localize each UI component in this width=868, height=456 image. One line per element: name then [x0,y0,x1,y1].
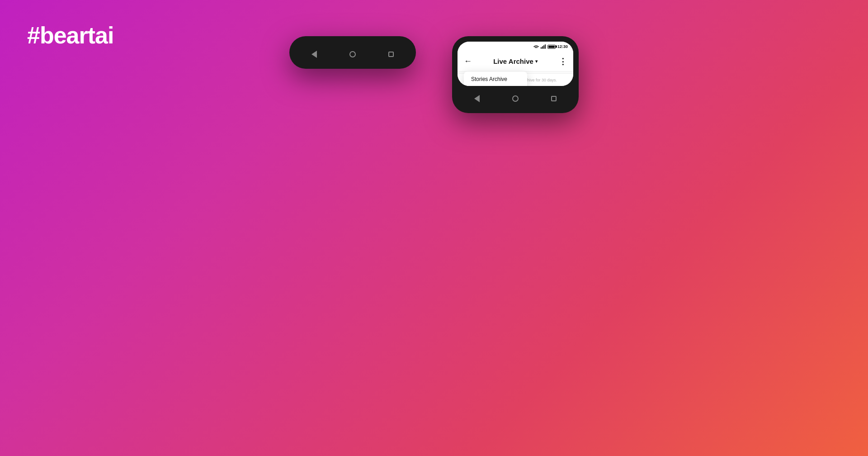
phones-container: ⚡ ✕ 92 followers active now [289,36,579,113]
brand-logo: #beartai [27,22,113,49]
recents-nav-button[interactable] [387,51,395,58]
archive-dropdown-menu: Stories Archive Post Archive Live Archiv… [464,71,527,86]
time-display: 12:30 [557,44,568,49]
phone2-recents-icon [551,96,557,101]
header-title-text: Live Archive [493,57,533,65]
phone2-recents-nav[interactable] [550,95,557,102]
phone-1: ⚡ ✕ 92 followers active now [289,36,416,69]
back-nav-icon [311,51,317,58]
chevron-down-icon: ▾ [535,59,538,64]
back-arrow-icon[interactable]: ← [464,57,472,66]
more-options-icon[interactable]: ⋮ [559,57,567,66]
phone-1-nav [295,45,410,63]
logo-text: #beartai [27,22,113,48]
back-nav-button[interactable] [311,51,318,58]
phone-2: 12:30 ← Live Archive ▾ ⋮ Stories Archive… [452,36,579,113]
phone-2-notch [502,36,529,40]
signal-bars [541,44,546,49]
wifi-icon [533,44,539,49]
recents-nav-icon [388,52,394,57]
wifi-signal [533,44,539,49]
phone2-home-nav[interactable] [512,95,519,102]
phone-notch [339,36,366,40]
header-title-group[interactable]: Live Archive ▾ [493,57,538,65]
status-bar: 12:30 [458,42,573,52]
app-header: ← Live Archive ▾ ⋮ Stories Archive Post … [458,52,573,71]
battery-icon [547,45,556,49]
archive-screen: 12:30 ← Live Archive ▾ ⋮ Stories Archive… [458,42,573,86]
home-nav-icon [349,51,356,57]
home-nav-button[interactable] [349,51,356,58]
stories-archive-item[interactable]: Stories Archive [464,71,527,86]
phone2-home-icon [512,95,519,102]
phone-2-screen: 12:30 ← Live Archive ▾ ⋮ Stories Archive… [458,42,573,86]
phone2-back-nav[interactable] [473,95,481,102]
phone-2-nav [458,90,573,108]
phone2-back-icon [474,95,480,102]
